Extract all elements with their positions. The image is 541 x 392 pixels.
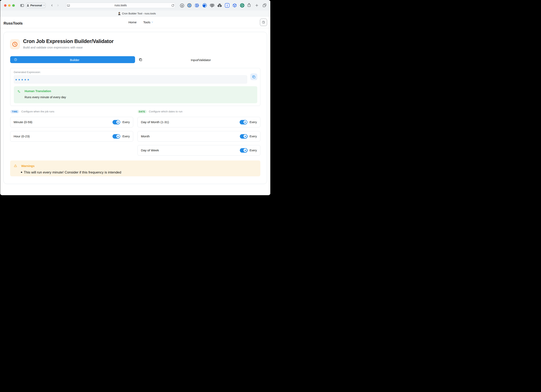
svg-text:I: I bbox=[226, 4, 228, 7]
